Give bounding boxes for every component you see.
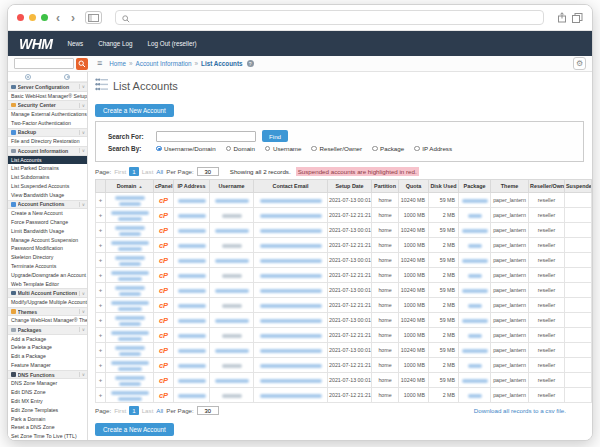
expand-row-icon[interactable]: + [99,347,103,353]
help-icon[interactable]: ? [247,60,254,67]
ip-address-cell[interactable] [174,223,210,238]
domain-cell[interactable] [106,373,154,388]
contact-email-cell[interactable] [254,253,328,268]
page-all-button[interactable]: All [156,168,163,175]
cpanel-cell[interactable]: cP [154,388,174,403]
sidebar-item-list-accounts[interactable]: List Accounts [8,156,87,165]
tabs-overview-icon[interactable] [572,13,583,23]
share-icon[interactable] [557,12,567,23]
package-cell[interactable] [459,223,491,238]
column-header-contact-email[interactable]: Contact Email [254,180,328,193]
contact-email-cell[interactable] [254,298,328,313]
nav-news-link[interactable]: News [68,40,84,47]
sidebar-item-reset-a-dns-zone[interactable]: Reset a DNS Zone [8,423,87,432]
package-cell[interactable] [459,208,491,223]
sidebar-search-input[interactable] [14,58,74,69]
domain-cell[interactable] [106,283,154,298]
sidebar-item-edit-zone-templates[interactable]: Edit Zone Templates [8,406,87,415]
cpanel-icon[interactable]: cP [159,361,168,370]
sidebar-item-park-a-domain[interactable]: Park a Domain [8,415,87,424]
page-last-button[interactable]: Last [142,168,154,175]
collapse-all-icon[interactable] [25,74,31,80]
window-minimize-button[interactable] [29,14,36,21]
expand-row-icon[interactable]: + [99,242,103,248]
sidebar-item-web-template-editor[interactable]: Web Template Editor [8,280,87,289]
contact-email-cell[interactable] [254,388,328,403]
chevron-down-icon[interactable]: ∨ [79,291,85,296]
sidebar-section-account-information[interactable]: Account Information∨ [8,146,87,156]
sidebar-item-force-password-change[interactable]: Force Password Change [8,218,87,227]
package-cell[interactable] [459,298,491,313]
cpanel-cell[interactable]: cP [154,358,174,373]
cpanel-icon[interactable]: cP [159,256,168,265]
cpanel-cell[interactable]: cP [154,268,174,283]
row-expander-cell[interactable]: + [96,313,106,328]
sidebar-item-change-webhost-manager-theme[interactable]: Change WebHost Manager® Theme [8,316,87,325]
breadcrumb-account-information[interactable]: Account Information [136,60,192,67]
sidebar-item-skeleton-directory[interactable]: Skeleton Directory [8,253,87,262]
sidebar-item-limit-bandwidth-usage[interactable]: Limit Bandwidth Usage [8,227,87,236]
column-header-ip-address[interactable]: IP Address [174,180,210,193]
gear-icon[interactable]: ⚙ [573,57,586,70]
ip-address-cell[interactable] [174,268,210,283]
column-header-suspended[interactable]: Suspended [565,180,592,193]
sidebar-item-file-and-directory-restoration[interactable]: File and Directory Restoration [8,137,87,146]
sidebar-item-delete-a-package[interactable]: Delete a Package [8,343,87,352]
sidebar-section-server-configuration[interactable]: Server Configuration∨ [8,82,87,92]
sidebar-item-two-factor-authentication[interactable]: Two-Factor Authentication [8,119,87,128]
cpanel-cell[interactable]: cP [154,343,174,358]
cpanel-icon[interactable]: cP [159,391,168,400]
column-header-domain[interactable]: Domain▲ [106,180,154,193]
row-expander-cell[interactable]: + [96,343,106,358]
expand-row-icon[interactable]: + [99,362,103,368]
cpanel-cell[interactable]: cP [154,238,174,253]
page-current[interactable]: 1 [129,167,138,176]
contact-email-cell[interactable] [254,208,328,223]
expand-row-icon[interactable]: + [99,392,103,398]
chevron-down-icon[interactable]: ∨ [79,103,85,108]
sidebar-item-set-zone-time-to-live-ttl[interactable]: Set Zone Time To Live (TTL) [8,432,87,440]
sidebar-toggle-icon[interactable] [85,11,102,24]
ip-address-cell[interactable] [174,283,210,298]
domain-cell[interactable] [106,358,154,373]
sidebar-section-dns-functions[interactable]: DNS Functions∨ [8,370,87,380]
package-cell[interactable] [459,253,491,268]
contact-email-cell[interactable] [254,343,328,358]
page-all-button[interactable]: All [156,407,163,414]
chevron-down-icon[interactable]: ∨ [79,130,85,135]
page-first-button[interactable]: First [114,407,126,414]
row-expander-cell[interactable]: + [96,358,106,373]
column-header-reseller-owner[interactable]: Reseller/Owner [529,180,565,193]
contact-email-cell[interactable] [254,268,328,283]
sidebar-section-multi-account-functions[interactable]: Multi Account Functions∨ [8,288,87,298]
package-cell[interactable] [459,358,491,373]
contact-email-cell[interactable] [254,223,328,238]
domain-cell[interactable] [106,343,154,358]
chevron-down-icon[interactable]: ∨ [79,372,85,377]
sidebar-item-view-bandwidth-usage[interactable]: View Bandwidth Usage [8,191,87,200]
sidebar-item-create-a-new-account[interactable]: Create a New Account [8,209,87,218]
radio-domain[interactable]: Domain [226,145,255,152]
ip-address-cell[interactable] [174,238,210,253]
row-expander-cell[interactable]: + [96,283,106,298]
contact-email-cell[interactable] [254,373,328,388]
column-header-package[interactable]: Package [459,180,491,193]
cpanel-cell[interactable]: cP [154,283,174,298]
address-bar[interactable] [115,10,544,25]
radio-username[interactable]: Username [265,145,302,152]
sidebar-item-basic-webhost-manager-setup[interactable]: Basic WebHost Manager® Setup [8,92,87,101]
cpanel-icon[interactable]: cP [159,346,168,355]
ip-address-cell[interactable] [174,343,210,358]
breadcrumb-home[interactable]: Home [109,60,126,67]
domain-cell[interactable] [106,328,154,343]
sidebar-item-list-subdomains[interactable]: List Subdomains [8,173,87,182]
chevron-down-icon[interactable]: ∨ [79,84,85,89]
row-expander-cell[interactable]: + [96,238,106,253]
create-account-button-top[interactable]: Create a New Account [95,104,174,117]
search-input[interactable] [156,131,256,142]
download-csv-link[interactable]: Download all records to a csv file. [474,407,566,414]
radio-username-domain[interactable]: Username/Domain [156,145,216,152]
sidebar-item-edit-mx-entry[interactable]: Edit MX Entry [8,397,87,406]
cpanel-icon[interactable]: cP [159,376,168,385]
radio-reseller-owner[interactable]: Reseller/Owner [311,145,362,152]
